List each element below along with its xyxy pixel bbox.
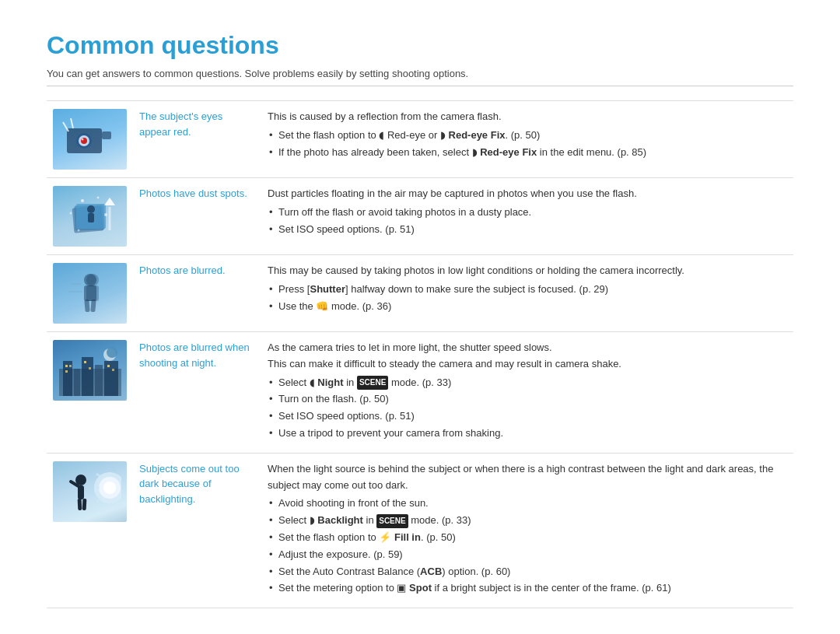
- svg-marker-13: [104, 198, 115, 205]
- svg-rect-37: [84, 361, 86, 363]
- table-row: Photos are blurred when shooting at nigh…: [47, 332, 793, 454]
- bullet-item: Turn off the flash or avoid taking photo…: [268, 205, 787, 221]
- table-row: Subjects come out too dark because of ba…: [47, 453, 793, 608]
- svg-rect-33: [104, 361, 118, 396]
- svg-point-11: [87, 205, 95, 213]
- row-desc: This may be caused by taking photos in l…: [268, 264, 684, 276]
- table-row: The subject's eyes appear red.This is ca…: [47, 101, 793, 178]
- row-desc: This is caused by a reflection from the …: [268, 110, 502, 122]
- svg-line-6: [63, 122, 68, 131]
- table-row: Photos have dust spots.Dust particles fl…: [47, 178, 793, 255]
- svg-rect-49: [77, 499, 82, 510]
- row-label-blur: Photos are blurred.: [133, 255, 261, 332]
- svg-rect-25: [90, 299, 96, 311]
- svg-rect-48: [78, 485, 84, 499]
- svg-rect-34: [65, 365, 68, 367]
- row-image-dust: [47, 178, 133, 255]
- bullet-item: Use the 👊 mode. (p. 36): [268, 299, 787, 315]
- svg-rect-32: [95, 365, 103, 396]
- table-row: Photos are blurred.This may be caused by…: [47, 255, 793, 332]
- bullet-item: Turn on the flash. (p. 50): [268, 391, 787, 408]
- bullet-item: Set ISO speed options. (p. 51): [268, 408, 787, 425]
- bullet-item: Adjust the exposure. (p. 59): [268, 547, 787, 563]
- svg-rect-12: [88, 213, 94, 222]
- row-content-red-eye: This is caused by a reflection from the …: [261, 101, 793, 178]
- row-label-night: Photos are blurred when shooting at nigh…: [133, 332, 261, 454]
- bullet-item: Use a tripod to prevent your camera from…: [268, 426, 787, 442]
- row-desc: Dust particles floating in the air may b…: [268, 187, 637, 199]
- svg-rect-1: [102, 131, 111, 139]
- svg-point-42: [107, 347, 117, 358]
- bullet-item: Avoid shooting in front of the sun.: [268, 496, 787, 512]
- row-desc: When the light source is behind the subj…: [268, 463, 773, 491]
- bullet-item: Press [Shutter] halfway down to make sur…: [268, 282, 787, 298]
- svg-rect-39: [107, 365, 110, 367]
- svg-rect-31: [82, 357, 93, 396]
- title-divider: [47, 86, 793, 86]
- row-image-night: [47, 332, 133, 454]
- page-title: Common questions: [47, 31, 793, 60]
- bullet-item: Select ◖ Night in SCENE mode. (p. 33): [268, 375, 787, 391]
- bullet-item: Set the flash option to ⚡ Fill in. (p. 5…: [268, 530, 787, 546]
- row-content-night: As the camera tries to let in more light…: [261, 332, 793, 454]
- svg-point-17: [69, 212, 72, 214]
- svg-rect-38: [89, 367, 91, 370]
- page-subtitle: You can get answers to common questions.…: [47, 68, 793, 79]
- svg-point-18: [104, 213, 107, 216]
- svg-rect-30: [74, 369, 80, 396]
- svg-point-15: [81, 199, 84, 202]
- row-label-red-eye: The subject's eyes appear red.: [133, 101, 261, 178]
- bullet-item: Set the flash option to ◖ Red-eye or ◗ R…: [268, 128, 787, 144]
- svg-line-51: [96, 474, 102, 478]
- svg-rect-23: [86, 285, 99, 301]
- svg-line-53: [96, 499, 102, 502]
- svg-rect-35: [69, 365, 72, 367]
- svg-line-7: [71, 118, 73, 128]
- row-image-red-eye: [47, 101, 133, 178]
- row-label-dust: Photos have dust spots.: [133, 178, 261, 255]
- svg-point-19: [77, 229, 79, 231]
- bullet-item: Set the Auto Contrast Balance (ACB) opti…: [268, 564, 787, 580]
- bullet-item: Select ◗ Backlight in SCENE mode. (p. 33…: [268, 513, 787, 529]
- svg-point-5: [81, 138, 83, 140]
- bullet-item: Set the metering option to ▣ Spot if a b…: [268, 580, 787, 597]
- svg-rect-36: [65, 370, 68, 373]
- svg-rect-24: [84, 299, 89, 311]
- row-desc2: This can make it difficult to steady the…: [268, 358, 621, 370]
- svg-point-45: [103, 482, 116, 494]
- row-image-backlight: [47, 453, 133, 608]
- row-label-backlight: Subjects come out too dark because of ba…: [133, 453, 261, 608]
- row-content-backlight: When the light source is behind the subj…: [261, 453, 793, 608]
- bullet-item: Set ISO speed options. (p. 51): [268, 222, 787, 238]
- bullet-item: If the photo has already been taken, sel…: [268, 145, 787, 161]
- svg-point-21: [86, 274, 99, 286]
- row-content-blur: This may be caused by taking photos in l…: [261, 255, 793, 332]
- row-image-blur: [47, 255, 133, 332]
- row-content-dust: Dust particles floating in the air may b…: [261, 178, 793, 255]
- qa-table: The subject's eyes appear red.This is ca…: [47, 100, 793, 608]
- svg-rect-40: [112, 369, 114, 371]
- row-desc: As the camera tries to let in more light…: [268, 342, 552, 353]
- svg-point-16: [96, 196, 99, 198]
- svg-rect-50: [82, 499, 86, 510]
